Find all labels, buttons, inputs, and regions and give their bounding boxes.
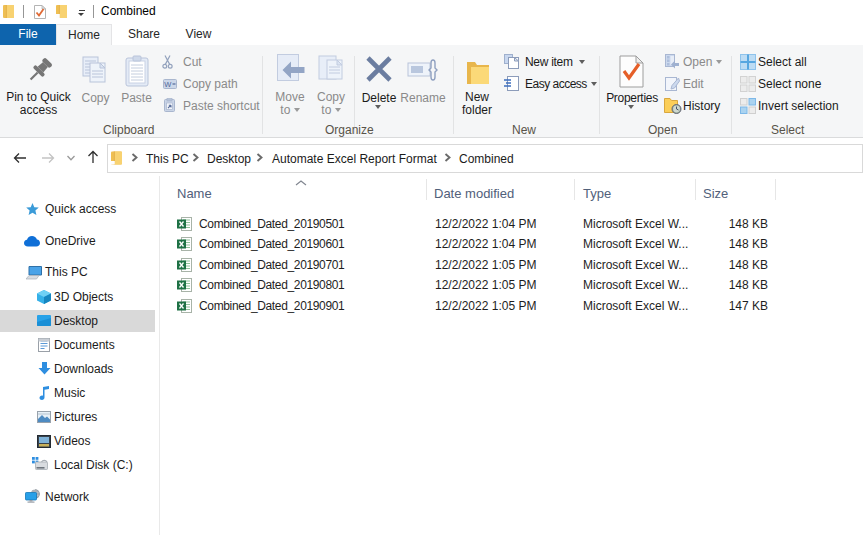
svg-text:W: W xyxy=(164,80,172,89)
